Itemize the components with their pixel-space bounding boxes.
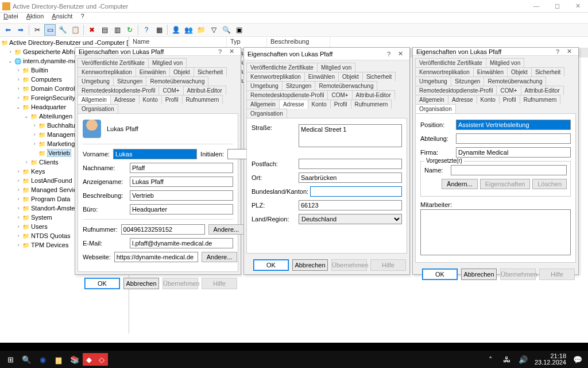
tab-allgemein[interactable]: Allgemein [415, 95, 448, 104]
menu-aktion[interactable]: Aktion [26, 13, 44, 23]
help-button[interactable]: Hilfe [370, 259, 406, 271]
tree-tpm[interactable]: TPM Devices [31, 241, 68, 248]
postfach-field[interactable] [299, 159, 402, 169]
col-name[interactable]: Name [129, 37, 227, 48]
tab-sicherheit[interactable]: Sicherheit [531, 67, 564, 76]
tab-umgebung[interactable]: Umgebung [246, 81, 283, 90]
menu-ansicht[interactable]: Ansicht [52, 13, 72, 23]
taskbar-clock[interactable]: 21:1823.12.2024 [531, 353, 570, 366]
land-select[interactable]: Deutschland [299, 214, 402, 224]
tab-zertifikate[interactable]: Veröffentlichte Zertifikate [246, 63, 318, 72]
action-icon[interactable]: ▦ [153, 24, 165, 36]
tab-sitzungen[interactable]: Sitzungen [113, 76, 146, 86]
tab-com[interactable]: COM+ [158, 86, 183, 95]
mitarbeiter-list[interactable] [420, 209, 571, 255]
properties-icon[interactable]: ▤ [99, 24, 110, 36]
tab-com[interactable]: COM+ [327, 90, 352, 99]
tab-organisation[interactable]: Organisation [415, 104, 456, 113]
tree-program-data[interactable]: Program Data [31, 195, 70, 202]
tab-objekt[interactable]: Objekt [507, 67, 532, 76]
tab-objekt[interactable]: Objekt [169, 67, 194, 76]
tab-organisation[interactable]: Organisation [246, 109, 287, 118]
tab-remoteueberw[interactable]: Remoteüberwachung [146, 76, 208, 86]
filter-icon[interactable]: ▽ [208, 24, 219, 36]
tab-sitzungen[interactable]: Sitzungen [282, 81, 315, 90]
tab-remoteueberw[interactable]: Remoteüberwachung [483, 76, 546, 86]
tab-profil[interactable]: Profil [330, 99, 351, 109]
tab-profil[interactable]: Profil [499, 95, 520, 104]
list-icon[interactable]: 📋 [69, 24, 81, 36]
ok-button[interactable]: OK [253, 259, 289, 271]
tab-remoteueberw[interactable]: Remoteüberwachung [315, 81, 377, 90]
tab-adresse[interactable]: Adresse [448, 95, 477, 104]
strasse-field[interactable]: Medical Street 1 [299, 124, 402, 147]
tree-abteilungen[interactable]: Abteilungen [39, 113, 72, 120]
rufnummer-field[interactable] [121, 224, 205, 235]
apply-button[interactable]: Übernehmen [331, 259, 367, 271]
tab-umgebung[interactable]: Umgebung [415, 76, 451, 86]
tree-root[interactable]: Active Directory-Benutzer und -Computer … [9, 39, 129, 46]
tab-kennwort[interactable]: Kennwortreplikation [78, 67, 136, 76]
tree-marketing[interactable]: Marketing [47, 140, 75, 147]
delete-icon[interactable]: ✖ [86, 24, 98, 36]
tab-remotedesktop[interactable]: Remotedesktopdienste-Profil [246, 90, 328, 99]
help-button[interactable]: Hilfe [202, 278, 237, 289]
help-button[interactable]: Hilfe [539, 269, 575, 280]
beschreibung-field[interactable] [130, 190, 233, 201]
anzeigename-field[interactable] [130, 177, 233, 187]
minimize-button[interactable]: — [528, 2, 544, 10]
find-icon[interactable]: 🔍 [220, 24, 232, 36]
help-icon[interactable]: ? [214, 48, 226, 55]
tab-profil[interactable]: Profil [161, 95, 183, 104]
help-icon[interactable]: ? [552, 48, 563, 55]
tab-attribut[interactable]: Attribut-Editor [521, 86, 564, 95]
bundesland-field[interactable] [310, 186, 402, 197]
vorgesetzter-name-field[interactable] [451, 165, 567, 175]
refresh-icon[interactable]: ↻ [124, 24, 136, 36]
back-icon[interactable]: ⬅ [2, 24, 14, 36]
tree-vertrieb[interactable]: Vertrieb [47, 149, 71, 157]
apply-button[interactable]: Übernehmen [163, 278, 198, 289]
position-field[interactable] [456, 120, 571, 130]
tree-ntds[interactable]: NTDS Quotas [31, 232, 70, 239]
tab-kennwort[interactable]: Kennwortreplikation [415, 67, 474, 76]
tree-keys[interactable]: Keys [31, 168, 45, 175]
plz-field[interactable] [299, 200, 402, 210]
container-icon[interactable]: ▭ [44, 24, 56, 36]
tab-konto[interactable]: Konto [139, 95, 162, 104]
tab-einwaehlen[interactable]: Einwählen [473, 67, 508, 76]
tab-rufnummern[interactable]: Rufnummern [520, 95, 561, 104]
tab-allgemein[interactable]: Allgemein [78, 95, 111, 104]
tab-umgebung[interactable]: Umgebung [78, 76, 114, 86]
firma-field[interactable] [456, 147, 571, 158]
loeschen-button[interactable]: Löschen [532, 179, 567, 189]
misc-icon[interactable]: ▣ [233, 24, 245, 36]
tab-com[interactable]: COM+ [496, 86, 521, 95]
cancel-button[interactable]: Abbrechen [123, 278, 159, 289]
tab-mitglied[interactable]: Mitglied von [486, 58, 524, 67]
new-ou-icon[interactable]: 📁 [195, 24, 207, 36]
aendern-button[interactable]: Ändern... [442, 179, 478, 189]
tab-rufnummern[interactable]: Rufnummern [182, 95, 223, 104]
tree-computers[interactable]: Computers [31, 76, 62, 83]
tab-einwaehlen[interactable]: Einwählen [136, 67, 170, 76]
cut-icon[interactable]: ✂ [32, 24, 43, 36]
tab-rufnummern[interactable]: Rufnummern [351, 99, 392, 109]
maximize-button[interactable]: ◻ [549, 2, 565, 10]
ort-field[interactable] [299, 172, 402, 183]
tab-remotedesktop[interactable]: Remotedesktopdienste-Profil [415, 86, 497, 95]
tab-objekt[interactable]: Objekt [338, 72, 363, 81]
close-icon[interactable]: ✕ [226, 48, 237, 55]
export-icon[interactable]: ▥ [111, 24, 123, 36]
tab-konto[interactable]: Konto [308, 99, 331, 109]
help-icon[interactable]: ? [141, 24, 152, 36]
tree-builtin[interactable]: Builtin [31, 67, 48, 74]
start-button[interactable]: ⊞ [2, 351, 18, 367]
webseite-field[interactable] [114, 252, 198, 262]
tray-network-icon[interactable]: 🖧 [499, 351, 515, 367]
tab-sitzungen[interactable]: Sitzungen [451, 76, 484, 86]
apply-button[interactable]: Übernehmen [500, 269, 536, 280]
notifications-icon[interactable]: 💬 [570, 351, 586, 367]
tree-clients[interactable]: Clients [39, 159, 59, 166]
search-icon[interactable]: 🔍 [18, 351, 34, 367]
